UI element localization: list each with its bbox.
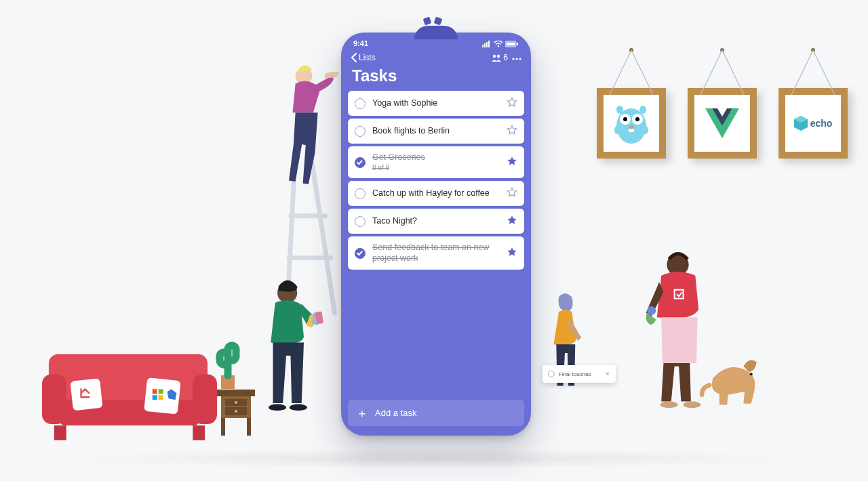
floating-task-chip[interactable]: Final touches ✕ (542, 365, 616, 383)
task-star[interactable] (507, 215, 517, 228)
task-checkbox[interactable] (355, 248, 366, 259)
svg-point-60 (512, 58, 514, 60)
svg-point-36 (629, 48, 633, 52)
couch-illustration (42, 335, 217, 443)
frame-go (597, 88, 666, 159)
task-star[interactable] (507, 247, 517, 259)
status-icons (482, 39, 519, 47)
nav-bar: Lists 6 (341, 50, 531, 64)
svg-point-59 (497, 55, 500, 58)
person-scarf-illustration (546, 293, 593, 400)
task-label: Book flights to Berlin (372, 126, 500, 137)
svg-point-35 (750, 373, 753, 375)
svg-rect-10 (153, 395, 157, 400)
back-label: Lists (359, 53, 376, 62)
task-checkbox[interactable] (355, 126, 366, 137)
task-checkbox[interactable] (355, 188, 366, 199)
chevron-left-icon (351, 53, 357, 62)
cactus-illustration (214, 337, 241, 392)
svg-rect-13 (217, 390, 255, 396)
people-icon (492, 54, 501, 62)
frame-vue (688, 88, 757, 159)
task-label: Get Groceries8 of 9 (372, 152, 500, 172)
svg-rect-9 (159, 389, 163, 394)
svg-point-49 (811, 48, 815, 52)
task-list: Yoga with SophieBook flights to BerlinGe… (341, 91, 531, 270)
svg-point-44 (616, 106, 623, 114)
cat-decoration (414, 22, 458, 39)
vue-icon (705, 108, 739, 138)
chip-checkbox[interactable] (548, 371, 555, 377)
chip-close-icon[interactable]: ✕ (605, 371, 610, 377)
svg-point-45 (639, 106, 646, 114)
svg-point-54 (498, 45, 500, 47)
battery-icon (505, 41, 519, 47)
task-star[interactable] (507, 187, 517, 200)
svg-rect-50 (482, 45, 484, 47)
svg-point-32 (647, 306, 656, 315)
svg-point-16 (235, 401, 237, 404)
svg-rect-6 (71, 378, 103, 411)
svg-rect-56 (507, 43, 515, 46)
svg-rect-52 (486, 42, 488, 47)
more-button[interactable] (512, 53, 521, 62)
chip-label: Final touches (559, 371, 591, 377)
ellipsis-icon (512, 58, 521, 60)
svg-rect-57 (517, 43, 518, 45)
svg-rect-8 (153, 389, 157, 394)
person-dog-illustration (631, 249, 773, 424)
task-label: Taco Night? (372, 216, 500, 227)
wall-frames: echo (597, 88, 848, 159)
frame-echo: echo (778, 88, 848, 159)
svg-point-28 (290, 404, 307, 411)
task-row[interactable]: Get Groceries8 of 9 (348, 146, 524, 178)
page-title: Tasks (341, 64, 531, 91)
status-time: 9:41 (353, 39, 368, 47)
task-subtext: 8 of 9 (372, 164, 500, 173)
svg-point-47 (643, 126, 648, 134)
back-button[interactable]: Lists (351, 53, 376, 62)
gopher-icon (612, 100, 651, 146)
svg-rect-51 (484, 43, 486, 47)
share-count: 6 (503, 53, 508, 62)
echo-label: echo (810, 118, 833, 129)
svg-point-33 (660, 402, 678, 409)
wifi-icon (494, 41, 503, 47)
task-row[interactable]: Book flights to Berlin (348, 119, 524, 144)
task-checkbox[interactable] (355, 157, 366, 168)
svg-rect-19 (221, 418, 225, 436)
svg-point-58 (493, 55, 496, 58)
signal-icon (482, 41, 492, 47)
svg-rect-5 (193, 425, 205, 440)
svg-rect-11 (159, 395, 163, 400)
svg-point-48 (720, 48, 724, 52)
svg-point-34 (684, 402, 701, 409)
task-label: Catch up with Hayley for coffee (372, 188, 500, 199)
task-label: Send feedback to team on new project wor… (372, 243, 500, 264)
svg-point-41 (635, 117, 639, 121)
add-task-button[interactable]: ＋ Add a task (348, 400, 524, 426)
svg-point-46 (614, 126, 620, 134)
task-star[interactable] (507, 156, 517, 169)
svg-point-27 (269, 404, 286, 411)
task-row[interactable]: Yoga with Sophie (348, 91, 524, 116)
svg-rect-53 (488, 41, 490, 47)
task-star[interactable] (507, 97, 517, 110)
svg-point-40 (623, 117, 627, 121)
task-row[interactable]: Send feedback to team on new project wor… (348, 236, 524, 270)
add-task-label: Add a task (375, 408, 416, 418)
svg-point-62 (519, 58, 521, 60)
phone-mockup: 9:41 Lists 6 Tasks Yoga with SophieBook … (341, 33, 531, 436)
task-star[interactable] (507, 125, 517, 138)
share-button[interactable]: 6 (492, 53, 508, 62)
task-label: Yoga with Sophie (372, 98, 500, 109)
person-cards-illustration (251, 276, 339, 442)
task-row[interactable]: Catch up with Hayley for coffee (348, 181, 524, 206)
svg-rect-43 (629, 129, 634, 132)
task-checkbox[interactable] (355, 98, 366, 109)
echo-icon (794, 116, 808, 131)
task-row[interactable]: Taco Night? (348, 209, 524, 234)
task-checkbox[interactable] (355, 216, 366, 227)
svg-point-61 (515, 58, 517, 60)
svg-point-18 (235, 410, 237, 413)
